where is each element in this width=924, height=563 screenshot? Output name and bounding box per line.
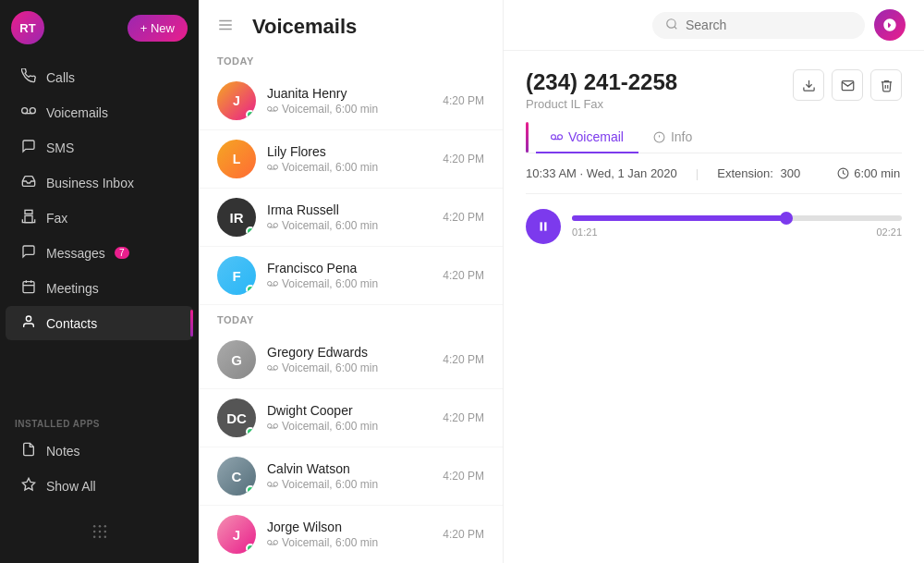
fax-icon <box>20 209 37 226</box>
contact-item-jorge[interactable]: J Jorge Wilson Voicemail, 6:00 min 4:20 … <box>199 506 503 563</box>
contact-item-calvin[interactable]: C Calvin Watson Voicemail, 6:00 min 4:20… <box>199 447 503 506</box>
sidebar-item-calls-label: Calls <box>46 70 75 85</box>
svg-point-33 <box>274 282 278 287</box>
sidebar-item-messages[interactable]: Messages 7 <box>6 236 193 270</box>
detail-fax-label: Product IL Fax <box>526 97 677 111</box>
sidebar-item-contacts[interactable]: Contacts <box>6 306 193 340</box>
new-button[interactable]: + New <box>128 15 188 42</box>
contact-item-lily[interactable]: L Lily Flores Voicemail, 6:00 min 4:20 P… <box>199 130 503 189</box>
detail-phone-section: (234) 241-2258 Product IL Fax <box>526 69 677 111</box>
svg-point-39 <box>274 424 278 429</box>
contact-info-calvin: Calvin Watson Voicemail, 6:00 min <box>267 461 432 491</box>
pause-button[interactable] <box>526 209 561 244</box>
online-indicator <box>246 226 255 236</box>
sidebar-item-meetings[interactable]: Meetings <box>6 271 193 305</box>
sidebar-item-sms[interactable]: SMS <box>6 130 193 165</box>
sidebar-item-fax[interactable]: Fax <box>6 201 193 235</box>
nav-items: Calls Voicemails SMS Business Inbox Fax <box>0 52 199 411</box>
detail-right-section: (234) 241-2258 Product IL Fax <box>504 51 924 563</box>
sidebar-item-business-inbox[interactable]: Business Inbox <box>6 165 193 200</box>
svg-rect-57 <box>541 222 542 230</box>
hamburger-icon[interactable] <box>217 17 234 38</box>
contact-time: 4:20 PM <box>443 528 484 541</box>
progress-thumb <box>780 212 793 225</box>
online-indicator <box>246 485 255 495</box>
tab-info[interactable]: Info <box>638 122 707 153</box>
page-title: Voicemails <box>252 15 357 39</box>
contact-sub: Voicemail, 6:00 min <box>267 219 432 232</box>
rocket-button[interactable] <box>874 9 906 41</box>
svg-point-36 <box>274 366 278 371</box>
contact-item-gregory[interactable]: G Gregory Edwards Voicemail, 6:00 min 4:… <box>199 331 503 389</box>
svg-point-24 <box>274 107 278 112</box>
installed-apps-label: INSTALLED APPS <box>0 411 199 433</box>
detail-phone: (234) 241-2258 <box>526 69 677 95</box>
contact-name: Juanita Henry <box>267 86 432 101</box>
svg-point-44 <box>268 541 273 545</box>
svg-point-13 <box>103 525 106 528</box>
detail-extension: Extension: 300 <box>717 166 800 180</box>
svg-point-17 <box>92 536 95 539</box>
contact-name: Dwight Cooper <box>267 403 432 418</box>
tab-info-label: Info <box>671 129 692 144</box>
extension-value: 300 <box>781 166 801 180</box>
sidebar-item-voicemails[interactable]: Voicemails <box>6 95 193 129</box>
contact-item-dwight[interactable]: DC Dwight Cooper Voicemail, 6:00 min 4:2… <box>199 389 503 447</box>
contact-sub: Voicemail, 6:00 min <box>267 478 432 491</box>
sidebar-item-calls[interactable]: Calls <box>6 60 193 94</box>
download-button[interactable] <box>793 69 824 101</box>
sidebar-bottom <box>0 504 199 563</box>
svg-point-26 <box>268 165 273 170</box>
contact-name: Francisco Pena <box>267 261 432 275</box>
search-icon <box>665 18 678 33</box>
contact-name: Gregory Edwards <box>267 345 432 360</box>
calls-icon <box>20 68 37 86</box>
sidebar-top: RT + New <box>0 0 199 52</box>
avatar-jorge: J <box>217 515 256 554</box>
progress-wrapper[interactable]: 01:21 02:21 <box>572 215 902 238</box>
contact-item-juanita[interactable]: J Juanita Henry Voicemail, 6:00 min 4:20… <box>199 72 503 130</box>
reply-button[interactable] <box>832 69 863 101</box>
section-today-2: TODAY <box>199 305 503 331</box>
contact-info-francisco: Francisco Pena Voicemail, 6:00 min <box>267 261 432 290</box>
delete-button[interactable] <box>870 69 902 101</box>
tab-voicemail[interactable]: Voicemail <box>536 122 638 153</box>
contact-sub: Voicemail, 6:00 min <box>267 103 432 116</box>
contact-info-lily: Lily Flores Voicemail, 6:00 min <box>267 144 432 174</box>
grid-button[interactable] <box>0 515 199 548</box>
contact-time: 4:20 PM <box>443 269 484 282</box>
avatar-francisco: F <box>217 256 256 295</box>
messages-badge: 7 <box>115 247 129 259</box>
svg-point-16 <box>103 531 106 533</box>
svg-line-48 <box>675 26 677 29</box>
svg-rect-4 <box>25 210 32 214</box>
avatar-juanita: J <box>217 81 256 120</box>
tab-voicemail-label: Voicemail <box>568 129 624 144</box>
search-box[interactable] <box>652 12 865 39</box>
progress-bar[interactable] <box>572 215 902 221</box>
search-input[interactable] <box>686 18 852 32</box>
contact-item-irma[interactable]: IR Irma Russell Voicemail, 6:00 min 4:20… <box>199 189 503 247</box>
sidebar-item-contacts-label: Contacts <box>46 316 97 331</box>
svg-point-15 <box>98 531 101 533</box>
sidebar-item-notes[interactable]: Notes <box>6 434 193 468</box>
svg-point-47 <box>667 18 675 27</box>
contact-name: Lily Flores <box>267 144 432 159</box>
contact-info-dwight: Dwight Cooper Voicemail, 6:00 min <box>267 403 432 433</box>
svg-point-41 <box>268 483 273 487</box>
installed-apps-section: INSTALLED APPS Notes Show All <box>0 411 199 504</box>
meetings-icon <box>20 279 37 297</box>
sidebar-item-show-all[interactable]: Show All <box>6 469 193 503</box>
online-indicator <box>246 285 255 294</box>
detail-header: (234) 241-2258 Product IL Fax <box>504 51 924 111</box>
detail-datetime: 10:33 AM · Wed, 1 Jan 2020 <box>526 166 677 180</box>
avatar-lily: L <box>217 140 256 178</box>
svg-point-23 <box>268 107 273 112</box>
contact-info-gregory: Gregory Edwards Voicemail, 6:00 min <box>267 345 432 374</box>
show-all-icon <box>20 477 37 495</box>
top-bar <box>504 0 924 51</box>
sms-icon <box>20 139 37 156</box>
svg-point-1 <box>30 108 35 114</box>
contact-item-francisco[interactable]: F Francisco Pena Voicemail, 6:00 min 4:2… <box>199 247 503 305</box>
avatar-irma: IR <box>217 198 256 237</box>
